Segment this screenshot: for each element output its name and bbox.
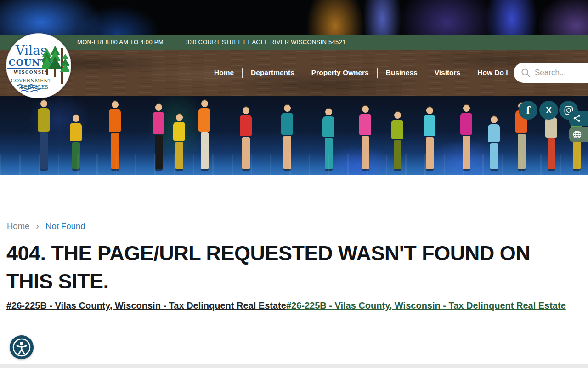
office-hours: MON-FRI 8:00 AM TO 4:00 PM [77,39,164,46]
next-section-edge [0,364,588,368]
nav-item-property-owners[interactable]: Property Owners [303,69,377,77]
page-title-line1: 404. THE PAGE/URL REQUESTED WASN'T FOUND… [6,239,578,267]
performer-figure [172,114,186,169]
accessibility-icon [11,337,32,358]
nav-item-how-do-i[interactable]: How Do I [469,69,516,77]
performer-figure [358,106,372,169]
language-globe-button[interactable] [569,127,588,142]
performer-figure [108,101,122,169]
county-logo[interactable]: Vilas COUNTY WISCONSIN GOVERNMENT SERVIC… [6,33,71,98]
breadcrumb-home-link[interactable]: Home [7,221,29,231]
performer-figure [152,104,165,169]
tax-delinquent-link-1[interactable]: #26-225B - Vilas County, Wisconsin - Tax… [6,300,286,310]
stage-lights-banner [0,0,588,34]
search-icon [521,68,531,78]
main-menu: Home Departments Property Owners Busines… [206,50,516,96]
tax-delinquent-link-2[interactable]: #26-225B - Vilas County, Wisconsin - Tax… [286,300,566,310]
facebook-icon[interactable]: f [519,101,537,120]
performer-figure [69,115,83,169]
globe-icon [573,130,582,139]
performer-figure [239,107,253,169]
page-title: 404. THE PAGE/URL REQUESTED WASN'T FOUND… [6,239,578,295]
breadcrumb: Home › Not Found [7,221,85,231]
x-twitter-icon[interactable]: X [539,101,558,120]
share-button[interactable] [569,111,588,126]
search-input[interactable] [535,68,585,77]
nav-item-home[interactable]: Home [206,69,242,77]
page-title-line2: THIS SITE. [6,267,578,295]
breadcrumb-current[interactable]: Not Found [45,221,85,231]
performer-figure [198,100,211,169]
office-address: 330 COURT STREET EAGLE RIVER WISCONSIN 5… [186,39,346,46]
accessibility-widget-button[interactable] [10,335,34,359]
water-waves-icon [17,84,49,92]
pine-trees-icon [42,45,69,91]
performer-figure [280,105,294,169]
performer-figure [487,116,501,169]
breadcrumb-separator-icon: › [36,221,39,231]
nav-item-departments[interactable]: Departments [243,69,303,77]
share-icon [573,114,581,122]
performer-figure [322,109,335,169]
info-bar: MON-FRI 8:00 AM TO 4:00 PM 330 COURT STR… [0,34,588,50]
performer-figure [390,112,404,169]
suggested-links: #26-225B - Vilas County, Wisconsin - Tax… [6,299,574,311]
performer-figure [459,105,473,169]
search-box[interactable] [514,63,588,83]
page: MON-FRI 8:00 AM TO 4:00 PM 330 COURT STR… [0,0,588,368]
performer-figure [37,100,51,169]
nav-item-visitors[interactable]: Visitors [426,69,469,77]
nav-item-business[interactable]: Business [378,69,426,77]
performer-figure [423,107,436,169]
hero-image [0,96,588,175]
